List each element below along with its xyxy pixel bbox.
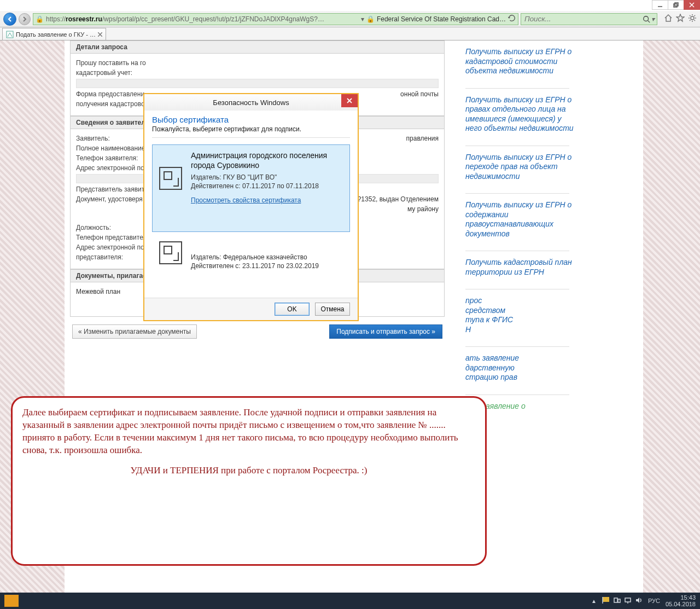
tools-icon[interactable] bbox=[688, 14, 697, 24]
sidebar-link[interactable]: Получить выписку из ЕГРН о содержании пр… bbox=[465, 200, 575, 239]
search-input[interactable] bbox=[523, 14, 641, 24]
annotation-callout: Далее выбираем сертификат и подписываем … bbox=[11, 396, 487, 566]
tray-clock[interactable]: 15:43 05.04.2018 bbox=[666, 594, 696, 607]
dialog-heading: Выбор сертификата bbox=[152, 115, 350, 124]
certificate-issuer: Издатель: Федеральное казначейство bbox=[191, 253, 343, 261]
form-label: Прошу поставить на го bbox=[76, 59, 146, 67]
certificate-validity: Действителен с: 23.11.2017 по 23.02.2019 bbox=[191, 262, 343, 270]
site-identity[interactable]: Federal Service Of State Registration Ca… bbox=[377, 15, 506, 23]
cancel-button[interactable]: Отмена bbox=[315, 303, 350, 316]
dialog-subtext: Пожалуйста, выберите сертификат для подп… bbox=[152, 125, 350, 138]
browser-menu-icons bbox=[660, 14, 697, 24]
tray-device-icon[interactable] bbox=[613, 596, 621, 605]
svg-point-8 bbox=[691, 16, 694, 20]
svg-rect-9 bbox=[7, 31, 13, 38]
window-close-button[interactable] bbox=[684, 0, 700, 10]
input-field[interactable] bbox=[76, 79, 439, 88]
back-button[interactable]: « Изменить прилагаемые документы bbox=[72, 324, 197, 339]
tray-chevron-up-icon[interactable]: ▲ bbox=[591, 598, 597, 604]
certificate-icon bbox=[159, 167, 182, 190]
taskbar[interactable]: ▲ РУС 15:43 05.04.2018 bbox=[0, 593, 700, 609]
certificate-title: Администрация городского поселения город… bbox=[191, 150, 343, 170]
tab-favicon bbox=[6, 31, 14, 38]
window-minimize-button[interactable] bbox=[652, 0, 668, 10]
tray-network-icon[interactable] bbox=[624, 596, 632, 605]
search-dropdown-icon[interactable]: ▾ bbox=[651, 15, 655, 23]
lock-icon-2: 🔒 bbox=[366, 15, 375, 23]
certificate-properties-link[interactable]: Просмотреть свойства сертификата bbox=[191, 196, 301, 205]
svg-rect-1 bbox=[674, 4, 677, 7]
sidebar-link[interactable]: Получить выписку из ЕГРН о переходе прав… bbox=[465, 153, 575, 182]
refresh-icon[interactable] bbox=[508, 14, 516, 24]
svg-rect-14 bbox=[603, 597, 609, 602]
tray-volume-icon[interactable] bbox=[635, 596, 643, 605]
sidebar-link[interactable]: Получить кадастровый план территории из … bbox=[465, 258, 575, 277]
nav-forward-button[interactable] bbox=[19, 13, 31, 25]
form-label: кадастровый учет: bbox=[76, 69, 132, 77]
tray-flag-icon[interactable] bbox=[602, 596, 610, 605]
svg-rect-17 bbox=[618, 599, 620, 602]
svg-marker-20 bbox=[636, 598, 639, 603]
annotation-closing: УДАЧИ и ТЕРПЕНИЯ при работе с порталом Р… bbox=[22, 465, 475, 477]
tray-language[interactable]: РУС bbox=[648, 598, 660, 604]
certificate-validity: Действителен с: 07.11.2017 по 07.11.2018 bbox=[191, 182, 343, 190]
certificate-item[interactable]: Издатель: Федеральное казначейство Дейст… bbox=[152, 237, 350, 287]
search-icon[interactable] bbox=[641, 15, 651, 23]
certificate-issuer: Издатель: ГКУ ВО "ЦИТ ВО" bbox=[191, 173, 343, 181]
certificate-item-selected[interactable]: Администрация городского поселения город… bbox=[152, 144, 350, 232]
dropdown-icon[interactable]: ▾ bbox=[361, 15, 364, 23]
submit-button[interactable]: Подписать и отправить запрос » bbox=[329, 324, 442, 339]
svg-marker-7 bbox=[676, 14, 684, 21]
form-label: Документ, удостоверя bbox=[76, 195, 143, 203]
window-titlebar bbox=[0, 0, 700, 11]
taskbar-app-icon[interactable] bbox=[4, 595, 19, 607]
sidebar-link[interactable]: Получить выписку из ЕГРН о кадастровой с… bbox=[465, 47, 575, 76]
svg-rect-16 bbox=[614, 598, 617, 602]
browser-tab[interactable]: Подать заявление о ГКУ - … bbox=[2, 28, 106, 40]
form-label: получения кадастрово bbox=[76, 100, 145, 108]
annotation-text: Далее выбираем сертификат и подписываем … bbox=[22, 407, 475, 457]
search-box[interactable]: ▾ bbox=[521, 13, 657, 25]
favorites-icon[interactable] bbox=[676, 14, 685, 24]
form-value: правления bbox=[406, 135, 439, 142]
home-icon[interactable] bbox=[664, 14, 673, 24]
dialog-close-button[interactable] bbox=[341, 94, 358, 107]
form-actions: « Изменить прилагаемые документы Подписа… bbox=[65, 317, 450, 346]
svg-rect-18 bbox=[625, 598, 631, 602]
certificate-icon bbox=[159, 241, 182, 264]
sidebar: Получить выписку из ЕГРН о кадастровой с… bbox=[450, 40, 641, 423]
svg-line-6 bbox=[648, 20, 650, 22]
system-tray: ▲ РУС 15:43 05.04.2018 bbox=[591, 594, 696, 607]
form-label: Форма предоставлени bbox=[76, 90, 144, 98]
sidebar-link-partial[interactable]: ать заявлениедарственнуюстрацию прав bbox=[465, 353, 575, 382]
tab-title: Подать заявление о ГКУ - … bbox=[16, 31, 96, 38]
section-header: Детали запроса bbox=[71, 41, 444, 54]
tab-close-icon[interactable] bbox=[98, 31, 102, 38]
nav-back-button[interactable] bbox=[3, 13, 16, 26]
tab-strip: Подать заявление о ГКУ - … bbox=[0, 27, 700, 40]
windows-security-dialog: Безопасность Windows Выбор сертификата П… bbox=[143, 93, 359, 321]
url-text: https://rosreestr.ru/wps/portal/p/cc_pre… bbox=[46, 15, 359, 23]
address-bar[interactable]: 🔒 https://rosreestr.ru/wps/portal/p/cc_p… bbox=[33, 13, 518, 25]
form-value: онной почты bbox=[400, 90, 439, 98]
dialog-title: Безопасность Windows bbox=[144, 94, 358, 111]
svg-point-5 bbox=[644, 16, 649, 21]
sidebar-link-partial[interactable]: проссредствомтупа к ФГИСН bbox=[465, 296, 575, 334]
form-value: ?1352, выдан Отделением bbox=[358, 195, 439, 203]
window-restore-button[interactable] bbox=[668, 0, 684, 10]
browser-toolbar: 🔒 https://rosreestr.ru/wps/portal/p/cc_p… bbox=[0, 11, 700, 27]
svg-rect-2 bbox=[675, 3, 678, 6]
form-label: Заявитель: bbox=[76, 135, 110, 142]
ok-button[interactable]: OK bbox=[275, 303, 310, 316]
dialog-actions: OK Отмена bbox=[144, 298, 358, 320]
lock-icon: 🔒 bbox=[36, 15, 44, 23]
sidebar-link[interactable]: Получить выписку из ЕГРН о правах отдель… bbox=[465, 95, 575, 134]
